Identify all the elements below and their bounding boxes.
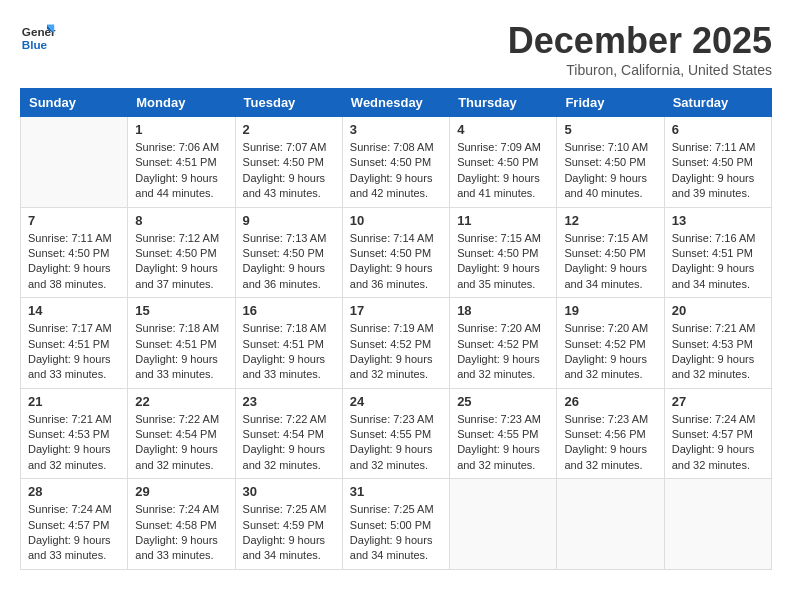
day-info: Sunrise: 7:15 AMSunset: 4:50 PMDaylight:… [564, 231, 656, 293]
day-info: Sunrise: 7:23 AMSunset: 4:55 PMDaylight:… [457, 412, 549, 474]
logo-icon: General Blue [20, 20, 56, 56]
day-number: 11 [457, 213, 549, 228]
calendar-cell: 15Sunrise: 7:18 AMSunset: 4:51 PMDayligh… [128, 298, 235, 389]
day-info: Sunrise: 7:08 AMSunset: 4:50 PMDaylight:… [350, 140, 442, 202]
calendar-cell: 26Sunrise: 7:23 AMSunset: 4:56 PMDayligh… [557, 388, 664, 479]
calendar-cell: 16Sunrise: 7:18 AMSunset: 4:51 PMDayligh… [235, 298, 342, 389]
day-info: Sunrise: 7:24 AMSunset: 4:58 PMDaylight:… [135, 502, 227, 564]
calendar-cell: 5Sunrise: 7:10 AMSunset: 4:50 PMDaylight… [557, 117, 664, 208]
day-info: Sunrise: 7:18 AMSunset: 4:51 PMDaylight:… [243, 321, 335, 383]
day-number: 5 [564, 122, 656, 137]
day-number: 23 [243, 394, 335, 409]
column-header-friday: Friday [557, 89, 664, 117]
calendar-cell: 28Sunrise: 7:24 AMSunset: 4:57 PMDayligh… [21, 479, 128, 570]
day-number: 12 [564, 213, 656, 228]
day-number: 29 [135, 484, 227, 499]
day-number: 18 [457, 303, 549, 318]
day-number: 10 [350, 213, 442, 228]
calendar-cell: 4Sunrise: 7:09 AMSunset: 4:50 PMDaylight… [450, 117, 557, 208]
week-row-3: 14Sunrise: 7:17 AMSunset: 4:51 PMDayligh… [21, 298, 772, 389]
day-number: 27 [672, 394, 764, 409]
day-number: 28 [28, 484, 120, 499]
week-row-2: 7Sunrise: 7:11 AMSunset: 4:50 PMDaylight… [21, 207, 772, 298]
day-info: Sunrise: 7:16 AMSunset: 4:51 PMDaylight:… [672, 231, 764, 293]
day-info: Sunrise: 7:09 AMSunset: 4:50 PMDaylight:… [457, 140, 549, 202]
calendar-cell: 27Sunrise: 7:24 AMSunset: 4:57 PMDayligh… [664, 388, 771, 479]
week-row-5: 28Sunrise: 7:24 AMSunset: 4:57 PMDayligh… [21, 479, 772, 570]
day-info: Sunrise: 7:23 AMSunset: 4:55 PMDaylight:… [350, 412, 442, 474]
calendar-cell: 11Sunrise: 7:15 AMSunset: 4:50 PMDayligh… [450, 207, 557, 298]
day-number: 1 [135, 122, 227, 137]
column-header-sunday: Sunday [21, 89, 128, 117]
calendar-cell: 8Sunrise: 7:12 AMSunset: 4:50 PMDaylight… [128, 207, 235, 298]
calendar-cell: 25Sunrise: 7:23 AMSunset: 4:55 PMDayligh… [450, 388, 557, 479]
day-info: Sunrise: 7:23 AMSunset: 4:56 PMDaylight:… [564, 412, 656, 474]
calendar-cell: 9Sunrise: 7:13 AMSunset: 4:50 PMDaylight… [235, 207, 342, 298]
calendar-cell: 17Sunrise: 7:19 AMSunset: 4:52 PMDayligh… [342, 298, 449, 389]
day-number: 13 [672, 213, 764, 228]
day-number: 25 [457, 394, 549, 409]
column-header-tuesday: Tuesday [235, 89, 342, 117]
day-info: Sunrise: 7:10 AMSunset: 4:50 PMDaylight:… [564, 140, 656, 202]
day-info: Sunrise: 7:24 AMSunset: 4:57 PMDaylight:… [672, 412, 764, 474]
calendar-cell: 14Sunrise: 7:17 AMSunset: 4:51 PMDayligh… [21, 298, 128, 389]
calendar-cell: 1Sunrise: 7:06 AMSunset: 4:51 PMDaylight… [128, 117, 235, 208]
day-info: Sunrise: 7:21 AMSunset: 4:53 PMDaylight:… [672, 321, 764, 383]
logo: General Blue [20, 20, 56, 56]
day-number: 7 [28, 213, 120, 228]
day-number: 16 [243, 303, 335, 318]
calendar-cell: 23Sunrise: 7:22 AMSunset: 4:54 PMDayligh… [235, 388, 342, 479]
day-number: 22 [135, 394, 227, 409]
calendar-cell [21, 117, 128, 208]
calendar-cell: 22Sunrise: 7:22 AMSunset: 4:54 PMDayligh… [128, 388, 235, 479]
day-info: Sunrise: 7:17 AMSunset: 4:51 PMDaylight:… [28, 321, 120, 383]
day-number: 17 [350, 303, 442, 318]
day-info: Sunrise: 7:06 AMSunset: 4:51 PMDaylight:… [135, 140, 227, 202]
calendar-cell: 2Sunrise: 7:07 AMSunset: 4:50 PMDaylight… [235, 117, 342, 208]
day-info: Sunrise: 7:14 AMSunset: 4:50 PMDaylight:… [350, 231, 442, 293]
calendar-cell: 6Sunrise: 7:11 AMSunset: 4:50 PMDaylight… [664, 117, 771, 208]
day-number: 3 [350, 122, 442, 137]
day-info: Sunrise: 7:18 AMSunset: 4:51 PMDaylight:… [135, 321, 227, 383]
day-number: 15 [135, 303, 227, 318]
calendar-header-row: SundayMondayTuesdayWednesdayThursdayFrid… [21, 89, 772, 117]
calendar-cell: 20Sunrise: 7:21 AMSunset: 4:53 PMDayligh… [664, 298, 771, 389]
day-number: 14 [28, 303, 120, 318]
calendar-cell: 29Sunrise: 7:24 AMSunset: 4:58 PMDayligh… [128, 479, 235, 570]
column-header-wednesday: Wednesday [342, 89, 449, 117]
day-info: Sunrise: 7:15 AMSunset: 4:50 PMDaylight:… [457, 231, 549, 293]
day-info: Sunrise: 7:12 AMSunset: 4:50 PMDaylight:… [135, 231, 227, 293]
week-row-4: 21Sunrise: 7:21 AMSunset: 4:53 PMDayligh… [21, 388, 772, 479]
column-header-monday: Monday [128, 89, 235, 117]
day-info: Sunrise: 7:13 AMSunset: 4:50 PMDaylight:… [243, 231, 335, 293]
title-block: December 2025 Tiburon, California, Unite… [508, 20, 772, 78]
svg-text:Blue: Blue [22, 38, 48, 51]
day-number: 21 [28, 394, 120, 409]
calendar-table: SundayMondayTuesdayWednesdayThursdayFrid… [20, 88, 772, 570]
day-info: Sunrise: 7:20 AMSunset: 4:52 PMDaylight:… [457, 321, 549, 383]
calendar-cell [664, 479, 771, 570]
day-info: Sunrise: 7:11 AMSunset: 4:50 PMDaylight:… [28, 231, 120, 293]
calendar-cell: 3Sunrise: 7:08 AMSunset: 4:50 PMDaylight… [342, 117, 449, 208]
calendar-cell: 18Sunrise: 7:20 AMSunset: 4:52 PMDayligh… [450, 298, 557, 389]
day-info: Sunrise: 7:11 AMSunset: 4:50 PMDaylight:… [672, 140, 764, 202]
day-info: Sunrise: 7:22 AMSunset: 4:54 PMDaylight:… [243, 412, 335, 474]
calendar-cell: 24Sunrise: 7:23 AMSunset: 4:55 PMDayligh… [342, 388, 449, 479]
day-number: 6 [672, 122, 764, 137]
day-info: Sunrise: 7:22 AMSunset: 4:54 PMDaylight:… [135, 412, 227, 474]
day-info: Sunrise: 7:21 AMSunset: 4:53 PMDaylight:… [28, 412, 120, 474]
day-number: 8 [135, 213, 227, 228]
day-info: Sunrise: 7:25 AMSunset: 5:00 PMDaylight:… [350, 502, 442, 564]
day-number: 9 [243, 213, 335, 228]
day-number: 26 [564, 394, 656, 409]
day-number: 2 [243, 122, 335, 137]
day-info: Sunrise: 7:07 AMSunset: 4:50 PMDaylight:… [243, 140, 335, 202]
column-header-saturday: Saturday [664, 89, 771, 117]
calendar-cell [557, 479, 664, 570]
calendar-cell: 21Sunrise: 7:21 AMSunset: 4:53 PMDayligh… [21, 388, 128, 479]
day-number: 20 [672, 303, 764, 318]
calendar-cell: 10Sunrise: 7:14 AMSunset: 4:50 PMDayligh… [342, 207, 449, 298]
day-info: Sunrise: 7:25 AMSunset: 4:59 PMDaylight:… [243, 502, 335, 564]
day-info: Sunrise: 7:24 AMSunset: 4:57 PMDaylight:… [28, 502, 120, 564]
calendar-cell: 19Sunrise: 7:20 AMSunset: 4:52 PMDayligh… [557, 298, 664, 389]
